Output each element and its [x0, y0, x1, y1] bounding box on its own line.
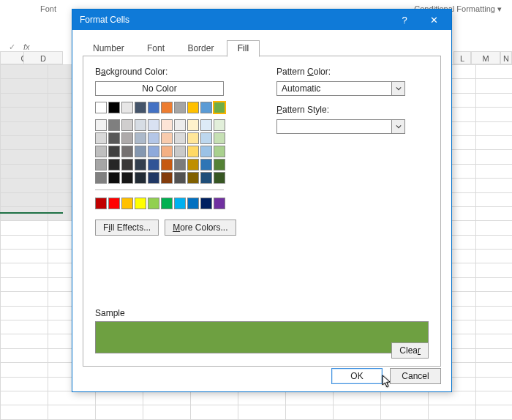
- color-swatch[interactable]: [174, 102, 186, 113]
- color-swatch[interactable]: [148, 102, 159, 113]
- pattern-style-combo[interactable]: [276, 119, 405, 134]
- color-swatch[interactable]: [200, 172, 212, 184]
- color-swatch[interactable]: [161, 159, 173, 170]
- color-swatch[interactable]: [161, 119, 173, 131]
- cancel-button[interactable]: Cancel: [390, 368, 441, 384]
- color-swatch[interactable]: [135, 132, 146, 144]
- color-swatch[interactable]: [187, 159, 199, 170]
- color-swatch[interactable]: [200, 198, 212, 209]
- color-swatch[interactable]: [187, 198, 199, 209]
- color-swatch[interactable]: [108, 198, 120, 209]
- color-swatch[interactable]: [187, 146, 199, 157]
- pattern-color-label: Pattern Color:: [276, 67, 413, 77]
- color-swatch[interactable]: [200, 102, 212, 113]
- color-swatch[interactable]: [214, 102, 225, 113]
- color-swatch[interactable]: [214, 132, 225, 144]
- color-swatch[interactable]: [148, 132, 159, 144]
- color-swatch[interactable]: [108, 172, 120, 184]
- tab-number[interactable]: Number: [83, 41, 135, 56]
- color-swatch[interactable]: [174, 172, 186, 184]
- color-swatch[interactable]: [187, 132, 199, 144]
- color-swatch[interactable]: [95, 159, 107, 170]
- tab-border[interactable]: Border: [177, 41, 224, 56]
- color-swatch[interactable]: [135, 172, 146, 184]
- color-swatch[interactable]: [200, 132, 212, 144]
- clear-button[interactable]: Clear: [391, 342, 429, 359]
- color-swatch[interactable]: [200, 119, 212, 131]
- color-swatch[interactable]: [148, 159, 159, 170]
- color-swatch[interactable]: [121, 102, 133, 113]
- fill-pane: Background Color: No Color Fill Effects.…: [83, 56, 441, 367]
- color-swatch[interactable]: [214, 198, 225, 209]
- close-icon[interactable]: ✕: [419, 15, 448, 26]
- fill-effects-button[interactable]: Fill Effects...: [95, 220, 159, 236]
- color-swatch[interactable]: [148, 119, 159, 131]
- color-swatch[interactable]: [161, 146, 173, 157]
- color-swatch[interactable]: [174, 198, 186, 209]
- tab-fill[interactable]: Fill: [227, 40, 260, 57]
- tab-strip: Number Font Border Fill: [83, 40, 441, 56]
- color-swatch[interactable]: [121, 119, 133, 131]
- color-swatch[interactable]: [121, 172, 133, 184]
- color-swatch[interactable]: [174, 132, 186, 144]
- no-color-button[interactable]: No Color: [95, 81, 224, 96]
- color-swatch[interactable]: [174, 119, 186, 131]
- color-swatch[interactable]: [174, 146, 186, 157]
- color-swatch[interactable]: [214, 119, 225, 131]
- color-swatch[interactable]: [121, 198, 133, 209]
- color-swatch[interactable]: [95, 172, 107, 184]
- color-swatch[interactable]: [135, 146, 146, 157]
- color-swatch[interactable]: [135, 198, 146, 209]
- pattern-color-value: Automatic: [277, 82, 391, 95]
- color-swatch[interactable]: [148, 198, 159, 209]
- col-header[interactable]: D: [23, 51, 63, 64]
- color-swatch[interactable]: [135, 102, 146, 113]
- color-swatch[interactable]: [161, 172, 173, 184]
- color-swatch[interactable]: [135, 119, 146, 131]
- sample-preview: [95, 321, 429, 353]
- color-swatch[interactable]: [148, 172, 159, 184]
- color-swatch[interactable]: [108, 119, 120, 131]
- color-swatch[interactable]: [121, 146, 133, 157]
- color-swatch[interactable]: [174, 159, 186, 170]
- pattern-color-combo[interactable]: Automatic: [276, 81, 405, 96]
- color-swatch[interactable]: [95, 198, 107, 209]
- formula-confirm-icon[interactable]: ✓: [9, 42, 15, 51]
- color-swatch[interactable]: [95, 132, 107, 144]
- color-swatch[interactable]: [135, 159, 146, 170]
- help-icon[interactable]: ?: [390, 15, 419, 26]
- color-swatch[interactable]: [200, 159, 212, 170]
- fx-icon[interactable]: fx: [23, 42, 30, 51]
- color-swatch[interactable]: [214, 159, 225, 170]
- color-swatch[interactable]: [187, 102, 199, 113]
- color-swatch[interactable]: [214, 172, 225, 184]
- dialog-title: Format Cells: [80, 15, 390, 25]
- col-header[interactable]: M: [471, 51, 500, 64]
- color-swatch[interactable]: [187, 119, 199, 131]
- more-colors-button[interactable]: More Colors...: [165, 220, 236, 236]
- color-swatch[interactable]: [108, 146, 120, 157]
- color-swatch[interactable]: [187, 172, 199, 184]
- color-swatch[interactable]: [200, 146, 212, 157]
- color-swatch[interactable]: [121, 132, 133, 144]
- color-swatch[interactable]: [95, 102, 107, 113]
- ok-button[interactable]: OK: [331, 368, 383, 384]
- dialog-titlebar[interactable]: Format Cells ? ✕: [72, 10, 451, 30]
- color-swatch[interactable]: [95, 119, 107, 131]
- color-swatch[interactable]: [121, 159, 133, 170]
- color-swatch[interactable]: [161, 198, 173, 209]
- color-swatch[interactable]: [108, 132, 120, 144]
- color-swatch[interactable]: [108, 102, 120, 113]
- pattern-style-label: Pattern Style:: [276, 105, 413, 115]
- color-swatch[interactable]: [214, 146, 225, 157]
- selection-border: [0, 212, 63, 214]
- color-swatch[interactable]: [95, 146, 107, 157]
- col-header[interactable]: N: [500, 51, 512, 64]
- color-swatch[interactable]: [148, 146, 159, 157]
- tab-font[interactable]: Font: [137, 41, 175, 56]
- color-swatch[interactable]: [108, 159, 120, 170]
- color-swatch[interactable]: [161, 132, 173, 144]
- sample-label: Sample: [95, 308, 125, 318]
- col-header[interactable]: L: [453, 51, 471, 64]
- color-swatch[interactable]: [161, 102, 173, 113]
